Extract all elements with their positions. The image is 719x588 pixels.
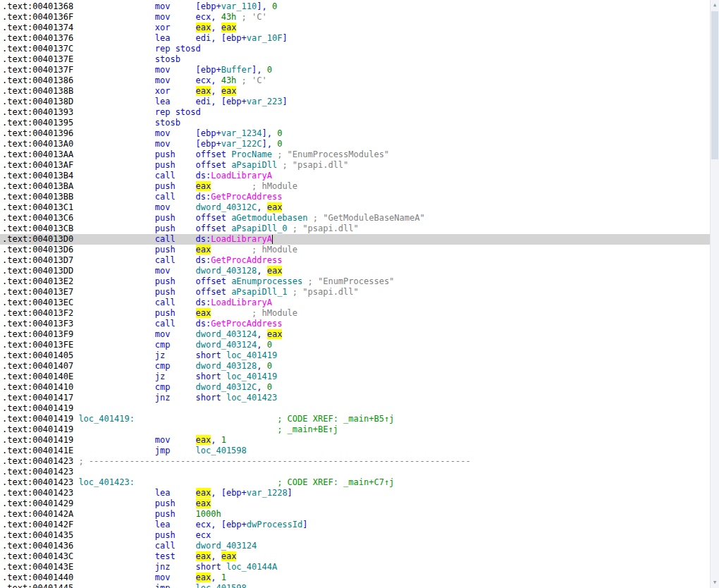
identifier[interactable]: loc_401419	[226, 350, 277, 360]
asm-line[interactable]: .text:00401419 ; _main+BE↑j	[0, 424, 710, 435]
identifier[interactable]: aPsapiDll_0	[231, 223, 287, 233]
asm-line[interactable]: .text:0040140E jz short loc_401419	[0, 372, 710, 382]
highlighted-register[interactable]: eax	[221, 551, 237, 561]
asm-line[interactable]: .text:00401395 stosb	[0, 118, 710, 128]
asm-line[interactable]: .text:00401429 push eax	[0, 498, 710, 509]
identifier[interactable]: dword_40312C	[196, 202, 257, 212]
highlighted-register[interactable]: eax	[221, 86, 237, 96]
asm-line[interactable]: .text:004013AF push offset aPsapiDll ; "…	[0, 160, 710, 171]
asm-line[interactable]: .text:004013CB push offset aPsapiDll_0 ;…	[0, 223, 710, 234]
asm-line[interactable]: .text:004013E2 push offset aEnumprocesse…	[0, 276, 710, 287]
asm-line[interactable]: .text:0040138D lea edi, [ebp+var_223]	[0, 97, 710, 107]
asm-line[interactable]: .text:00401423 ; -----------------------…	[0, 456, 710, 467]
asm-line[interactable]: .text:00401405 jz short loc_401419	[0, 350, 710, 361]
import-name[interactable]: LoadLibraryA	[211, 234, 272, 244]
asm-line[interactable]: .text:00401419	[0, 403, 710, 414]
highlighted-register[interactable]: eax	[196, 181, 211, 191]
disassembly-listing[interactable]: .text:00401368 mov [ebp+var_110], 0.text…	[0, 0, 710, 588]
identifier[interactable]: var_122C	[221, 139, 262, 149]
identifier[interactable]: dwProcessId	[247, 520, 302, 529]
asm-line[interactable]: .text:0040138B xor eax, eax	[0, 86, 710, 97]
asm-line[interactable]: .text:004013FE cmp dword_403124, 0	[0, 340, 710, 350]
asm-line[interactable]: .text:0040136F mov ecx, 43h ; 'C'	[0, 12, 710, 23]
identifier[interactable]: loc_401419	[226, 372, 277, 381]
asm-line[interactable]: .text:00401419 mov eax, 1	[0, 435, 710, 446]
asm-line[interactable]: .text:00401376 lea edi, [ebp+var_10F]	[0, 33, 710, 44]
highlighted-register[interactable]: eax	[196, 86, 211, 96]
asm-line[interactable]: .text:00401423 lea eax, [ebp+var_1228]	[0, 488, 710, 498]
asm-line[interactable]: .text:004013C1 mov dword_40312C, eax	[0, 202, 710, 213]
asm-line[interactable]: .text:0040142F lea ecx, [ebp+dwProcessId…	[0, 520, 710, 530]
highlighted-register[interactable]: eax	[196, 23, 211, 32]
identifier[interactable]: var_10F	[247, 33, 283, 43]
highlighted-register[interactable]: eax	[267, 202, 283, 212]
asm-line[interactable]: .text:004013B4 call ds:LoadLibraryA	[0, 171, 710, 181]
asm-line[interactable]: .text:00401417 jnz short loc_401423	[0, 393, 710, 403]
identifier[interactable]: dword_403124	[196, 340, 257, 350]
identifier[interactable]: aPsapiDll_1	[231, 287, 287, 297]
highlighted-register[interactable]: eax	[196, 551, 211, 561]
asm-line[interactable]: .text:00401440 mov eax, 1	[0, 572, 710, 583]
asm-line[interactable]: .text:004013C6 push offset aGetmodulebas…	[0, 213, 710, 223]
asm-line[interactable]: .text:00401407 cmp dword_403128, 0	[0, 361, 710, 372]
identifier[interactable]: var_1228	[247, 488, 288, 498]
identifier[interactable]: aPsapiDll	[231, 160, 277, 170]
identifier[interactable]: dword_403124	[196, 329, 257, 339]
highlighted-register[interactable]: eax	[267, 329, 283, 339]
identifier[interactable]: dword_403128	[196, 266, 257, 276]
highlighted-register[interactable]: eax	[196, 308, 211, 318]
asm-line[interactable]: .text:0040143E jnz short loc_40144A	[0, 562, 710, 572]
scroll-down-button[interactable]: ▼	[711, 577, 719, 588]
scrollbar-thumb[interactable]	[711, 11, 718, 159]
asm-line[interactable]: .text:004013A0 mov [ebp+var_122C], 0	[0, 139, 710, 149]
asm-line[interactable]: .text:004013DD mov dword_403128, eax	[0, 266, 710, 276]
asm-line[interactable]: .text:00401386 mov ecx, 43h ; 'C'	[0, 75, 710, 86]
identifier[interactable]: dword_403124	[196, 541, 257, 551]
asm-line[interactable]: .text:0040143C test eax, eax	[0, 551, 710, 562]
import-name[interactable]: LoadLibraryA	[211, 171, 272, 180]
highlighted-register[interactable]: eax	[221, 23, 237, 32]
asm-line-selected[interactable]: .text:004013D0 call ds:LoadLibraryA	[0, 234, 710, 245]
import-name[interactable]: GetProcAddress	[211, 192, 282, 202]
asm-line[interactable]: .text:004013BA push eax ; hModule	[0, 181, 710, 192]
identifier[interactable]: loc_40144A	[226, 562, 277, 572]
identifier[interactable]: ProcName	[231, 149, 272, 159]
identifier[interactable]: loc_401423:	[78, 477, 134, 487]
import-name[interactable]: GetProcAddress	[211, 319, 282, 329]
asm-line[interactable]: .text:004013EC call ds:LoadLibraryA	[0, 298, 710, 308]
scroll-up-button[interactable]: ▲	[711, 0, 719, 11]
identifier[interactable]: Buffer	[221, 65, 252, 75]
asm-line[interactable]: .text:0040137C rep stosd	[0, 44, 710, 54]
identifier[interactable]: var_110	[221, 1, 257, 11]
asm-line[interactable]: .text:004013F9 mov dword_403124, eax	[0, 329, 710, 340]
identifier[interactable]: var_223	[247, 97, 283, 106]
asm-line[interactable]: .text:0040142A push 1000h	[0, 509, 710, 520]
asm-line[interactable]: .text:0040141E jmp loc_401598	[0, 446, 710, 456]
asm-line[interactable]: .text:00401435 push ecx	[0, 530, 710, 541]
asm-line[interactable]: .text:00401419 loc_401419: ; CODE XREF: …	[0, 414, 710, 424]
highlighted-register[interactable]: eax	[196, 572, 211, 582]
identifier[interactable]: aEnumprocesses	[231, 276, 302, 286]
asm-line[interactable]: .text:004013F3 call ds:GetProcAddress	[0, 319, 710, 329]
asm-line[interactable]: .text:00401393 rep stosd	[0, 107, 710, 118]
highlighted-register[interactable]: eax	[196, 498, 211, 508]
asm-line[interactable]: .text:004013AA push offset ProcName ; "E…	[0, 149, 710, 160]
asm-line[interactable]: .text:00401368 mov [ebp+var_110], 0	[0, 1, 710, 12]
asm-line[interactable]: .text:004013BB call ds:GetProcAddress	[0, 192, 710, 202]
asm-line[interactable]: .text:00401374 xor eax, eax	[0, 23, 710, 33]
asm-line[interactable]: .text:00401423	[0, 467, 710, 477]
identifier[interactable]: loc_401419:	[78, 414, 134, 424]
asm-line[interactable]: .text:004013D6 push eax ; hModule	[0, 245, 710, 255]
identifier[interactable]: dword_403128	[196, 361, 257, 371]
asm-line[interactable]: .text:00401410 cmp dword_40312C, 0	[0, 382, 710, 393]
identifier[interactable]: var_1234	[221, 128, 262, 138]
highlighted-register[interactable]: eax	[196, 488, 211, 498]
highlighted-register[interactable]: eax	[196, 435, 211, 445]
asm-line[interactable]: .text:00401423 loc_401423: ; CODE XREF: …	[0, 477, 710, 488]
asm-line[interactable]: .text:004013F2 push eax ; hModule	[0, 308, 710, 319]
vertical-scrollbar[interactable]: ▲ ▼	[710, 0, 719, 588]
asm-line[interactable]: .text:00401396 mov [ebp+var_1234], 0	[0, 128, 710, 139]
asm-line[interactable]: .text:00401436 call dword_403124	[0, 541, 710, 551]
identifier[interactable]: loc_401598	[196, 446, 247, 455]
highlighted-register[interactable]: eax	[267, 266, 283, 276]
